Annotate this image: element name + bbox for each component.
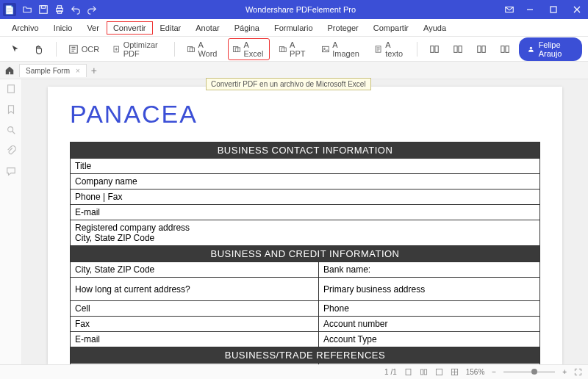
open-icon[interactable] <box>22 4 32 15</box>
view-mode-4-icon[interactable] <box>451 368 459 376</box>
left-sidebar <box>0 79 22 364</box>
workspace: PANACEA BUSINESS CONTACT INFORMATION Tit… <box>0 79 588 364</box>
menu-inicio[interactable]: Inicio <box>46 21 80 35</box>
zoom-slider[interactable] <box>503 371 555 373</box>
svg-rect-28 <box>7 85 14 93</box>
svg-rect-1 <box>41 6 45 9</box>
svg-rect-16 <box>322 46 329 51</box>
cell: E-mail <box>71 332 319 347</box>
document-tab[interactable]: Sample Form × <box>19 64 87 77</box>
user-name: Felipe Araujo <box>539 40 573 58</box>
document-tab-label: Sample Form <box>26 67 70 75</box>
cell: City, State ZIP Code <box>71 262 319 278</box>
fullscreen-icon[interactable] <box>574 368 582 376</box>
document-brand: PANACEA <box>70 100 540 129</box>
maximize-button[interactable] <box>545 2 562 17</box>
svg-rect-24 <box>482 46 485 52</box>
menu-formulario[interactable]: Formulario <box>267 21 320 35</box>
cell: Account number <box>319 317 540 332</box>
save-icon[interactable] <box>38 4 49 15</box>
menu-bar: Archivo Inicio Ver Convertir Editar Anot… <box>0 19 588 37</box>
comments-icon[interactable] <box>6 166 16 176</box>
title-bar: 📄 Wondershare PDFelement Pro <box>0 0 588 19</box>
svg-rect-23 <box>478 46 481 52</box>
cell: Company name <box>71 174 540 190</box>
cell: Phone | Fax <box>71 190 540 205</box>
svg-rect-3 <box>57 6 61 9</box>
search-panel-icon[interactable] <box>6 125 16 135</box>
svg-rect-26 <box>506 46 509 52</box>
ocr-button[interactable]: OCR <box>64 42 104 57</box>
bookmarks-icon[interactable] <box>6 104 16 115</box>
home-icon[interactable] <box>4 65 15 76</box>
cell: Primary business address <box>319 278 540 301</box>
separator <box>417 42 417 57</box>
close-button[interactable] <box>569 2 585 17</box>
view-mode-3-icon[interactable] <box>435 368 443 376</box>
app-logo: 📄 <box>3 3 16 16</box>
zoom-out-button[interactable]: − <box>492 368 496 376</box>
envelope-icon[interactable] <box>504 4 514 15</box>
section-header: BUSINESS CONTACT INFORMATION <box>71 142 540 159</box>
cell: Fax <box>71 317 319 332</box>
to-image-button[interactable]: A Imagen <box>317 38 366 60</box>
add-tab-button[interactable]: + <box>91 65 97 76</box>
to-image-label: A Imagen <box>332 40 361 58</box>
svg-rect-7 <box>551 7 556 12</box>
to-word-button[interactable]: A Word <box>182 38 223 60</box>
form-table: BUSINESS CONTACT INFORMATION Title Compa… <box>70 142 540 364</box>
menu-compartir[interactable]: Compartir <box>366 21 416 35</box>
optimize-button[interactable]: Optimizar PDF <box>108 38 167 60</box>
attachments-icon[interactable] <box>6 145 16 156</box>
misc-tool-4[interactable] <box>495 42 514 57</box>
menu-proteger[interactable]: Proteger <box>320 21 366 35</box>
toolbar: OCR Optimizar PDF A Word A Excel A PPT A… <box>0 37 588 62</box>
document-tab-bar: Sample Form × + Convertir PDF en un arch… <box>0 62 588 79</box>
hand-tool[interactable] <box>29 42 49 57</box>
select-tool[interactable] <box>6 42 25 57</box>
print-icon[interactable] <box>54 4 65 15</box>
view-mode-2-icon[interactable] <box>420 368 428 376</box>
close-tab-icon[interactable]: × <box>76 67 80 75</box>
to-text-button[interactable]: A texto <box>370 38 409 60</box>
user-chip[interactable]: Felipe Araujo <box>519 37 582 61</box>
svg-rect-20 <box>435 46 438 52</box>
menu-convertir[interactable]: Convertir <box>107 21 153 35</box>
menu-ayuda[interactable]: Ayuda <box>416 21 453 35</box>
pdf-page: PANACEA BUSINESS CONTACT INFORMATION Tit… <box>48 87 562 364</box>
svg-point-27 <box>530 46 532 48</box>
menu-ver[interactable]: Ver <box>79 21 107 35</box>
misc-tool-1[interactable] <box>425 42 444 57</box>
thumbnails-icon[interactable] <box>6 84 16 94</box>
cell: Title <box>71 159 540 174</box>
window-title: Wondershare PDFelement Pro <box>97 5 504 14</box>
svg-rect-31 <box>420 369 423 375</box>
misc-tool-2[interactable] <box>448 42 467 57</box>
to-text-label: A texto <box>385 40 405 58</box>
menu-pagina[interactable]: Página <box>227 21 267 35</box>
canvas[interactable]: PANACEA BUSINESS CONTACT INFORMATION Tit… <box>22 79 588 364</box>
to-ppt-label: A PPT <box>290 40 307 58</box>
to-ppt-button[interactable]: A PPT <box>274 38 312 60</box>
minimize-button[interactable] <box>522 2 538 17</box>
undo-icon[interactable] <box>71 4 81 15</box>
cell: Registered company address City, State Z… <box>71 220 540 246</box>
to-excel-button[interactable]: A Excel <box>228 38 270 60</box>
menu-anotar[interactable]: Anotar <box>188 21 226 35</box>
menu-editar[interactable]: Editar <box>153 21 189 35</box>
misc-tool-3[interactable] <box>472 42 491 57</box>
ocr-label: OCR <box>82 45 99 54</box>
svg-point-29 <box>7 127 12 132</box>
svg-rect-22 <box>459 46 462 52</box>
menu-archivo[interactable]: Archivo <box>4 21 46 35</box>
svg-rect-33 <box>436 369 442 375</box>
cell: Account Type <box>319 332 540 347</box>
svg-rect-30 <box>406 369 411 375</box>
view-mode-1-icon[interactable] <box>404 368 412 376</box>
redo-icon[interactable] <box>87 4 97 15</box>
zoom-in-button[interactable]: + <box>562 368 567 376</box>
svg-rect-21 <box>454 46 457 52</box>
cell: E-mail <box>71 205 540 220</box>
section-header: BUSINESS/TRADE REFERENCES <box>71 347 540 364</box>
user-icon <box>528 45 534 54</box>
